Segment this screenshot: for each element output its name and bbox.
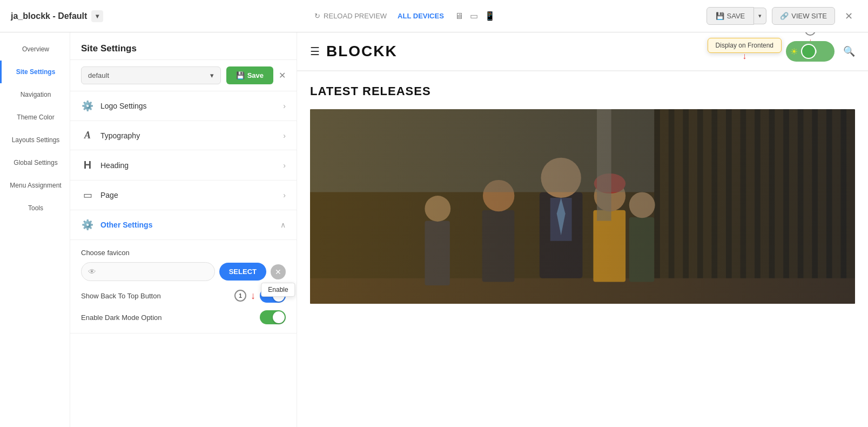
settings-header: Site Settings	[70, 32, 297, 60]
dark-mode-row: Enable Dark Mode Option	[81, 310, 286, 324]
favicon-input[interactable]: 👁	[81, 262, 215, 281]
back-to-top-label: Show Back To Top Button	[81, 292, 161, 300]
other-settings-content: Choose favicon 👁 SELECT ✕ Enable Show Ba…	[70, 240, 297, 333]
section-title: LATEST RELEASES	[310, 84, 855, 98]
article-image	[310, 109, 855, 304]
topbar: ja_blockk - Default ▾ ↻ RELOAD PREVIEW A…	[0, 0, 868, 32]
page-left: ▭ Page	[81, 189, 118, 201]
favicon-input-row: 👁 SELECT ✕ Enable	[81, 262, 286, 281]
down-arrow-icon: ↓	[251, 290, 255, 302]
sidebar-item-global-settings[interactable]: Global Settings	[0, 151, 70, 174]
reload-label: RELOAD PREVIEW	[324, 12, 387, 20]
sidebar-item-overview[interactable]: Overview	[0, 38, 70, 61]
tablet-icon[interactable]: ▭	[470, 11, 478, 21]
preview-header-right: 2 ↓ ☀ ☽ 🔍	[786, 41, 855, 62]
settings-panel: Site Settings default ▾ 💾 Save ✕ ⚙️ Logo…	[70, 32, 297, 427]
title-dropdown[interactable]: ▾	[91, 10, 103, 22]
logo-settings-left: ⚙️ Logo Settings	[81, 100, 147, 112]
preset-label: default	[88, 71, 109, 79]
favicon-label: Choose favicon	[81, 249, 286, 257]
desktop-icon[interactable]: 🖥	[455, 11, 463, 21]
sidebar-label: Global Settings	[14, 159, 57, 166]
page-label: Page	[100, 191, 118, 199]
close-button[interactable]: ✕	[840, 8, 857, 24]
sidebar-item-site-settings[interactable]: Site Settings	[0, 61, 70, 83]
reload-preview-button[interactable]: ↻ RELOAD PREVIEW	[314, 12, 387, 20]
settings-title: Site Settings	[81, 43, 137, 54]
heading-icon: H	[81, 159, 94, 171]
typography-item[interactable]: A Typography ›	[70, 121, 297, 150]
typography-left: A Typography	[81, 130, 140, 141]
sidebar-item-navigation[interactable]: Navigation	[0, 83, 70, 106]
select-button[interactable]: SELECT	[219, 263, 266, 281]
annotation-badge-1: 1	[234, 290, 246, 302]
settings-subheader: default ▾ 💾 Save ✕	[70, 60, 297, 91]
all-devices-button[interactable]: ALL DEVICES	[398, 12, 444, 20]
left-nav: Overview Site Settings Navigation Theme …	[0, 32, 70, 427]
search-icon[interactable]: 🔍	[843, 45, 855, 57]
sidebar-item-theme-color[interactable]: Theme Color	[0, 106, 70, 129]
preview-header-left: ☰ BLOCKK	[310, 43, 398, 60]
badge-2: 2	[805, 32, 816, 36]
chevron-down-icon: ∧	[280, 221, 286, 229]
view-site-button[interactable]: 🔗 VIEW SITE	[772, 7, 835, 25]
external-link-icon: 🔗	[780, 12, 789, 20]
typography-icon: A	[81, 130, 94, 141]
enable-tooltip: Enable	[261, 283, 295, 297]
sidebar-item-menu-assignment[interactable]: Menu Assignment	[0, 174, 70, 197]
preview-header: ☰ BLOCKK 2 ↓ ☀ ☽ 🔍	[297, 32, 868, 71]
chevron-right-icon: ›	[283, 131, 286, 140]
favicon-clear-button[interactable]: ✕ Enable	[271, 264, 286, 279]
sidebar-label: Overview	[22, 45, 49, 53]
device-icons: 🖥 ▭ 📱	[455, 11, 495, 21]
enable-tooltip-text: Enable	[268, 286, 288, 293]
preview-logo: BLOCKK	[326, 43, 398, 60]
dark-mode-label: Enable Dark Mode Option	[81, 313, 162, 322]
heading-item[interactable]: H Heading ›	[70, 150, 297, 181]
topbar-center: ↻ RELOAD PREVIEW ALL DEVICES 🖥 ▭ 📱	[103, 11, 706, 21]
dark-mode-toggle[interactable]	[260, 310, 286, 324]
other-settings-icon: ⚙️	[81, 219, 94, 231]
reload-icon: ↻	[314, 12, 320, 20]
sidebar-item-layouts-settings[interactable]: Layouts Settings	[0, 129, 70, 151]
preset-chevron-icon: ▾	[210, 71, 214, 79]
image-overlay	[310, 109, 855, 304]
logo-icon: ⚙️	[81, 100, 94, 112]
display-frontend-tooltip: Display on Frontend ↓	[708, 38, 782, 53]
save-label: SAVE	[727, 12, 745, 20]
page-item[interactable]: ▭ Page ›	[70, 181, 297, 210]
hamburger-icon[interactable]: ☰	[310, 45, 320, 58]
sidebar-label: Site Settings	[16, 68, 56, 76]
save-button[interactable]: 💾 SAVE	[706, 7, 755, 25]
other-settings-left: ⚙️ Other Settings	[81, 219, 152, 231]
mobile-icon[interactable]: 📱	[485, 11, 495, 21]
sidebar-item-tools[interactable]: Tools	[0, 197, 70, 219]
save-btn-group: 💾 SAVE ▾	[706, 7, 767, 25]
tooltip-text: Display on Frontend	[716, 42, 773, 49]
sidebar-label: Layouts Settings	[12, 136, 60, 144]
heading-left: H Heading	[81, 159, 129, 171]
settings-save-button[interactable]: 💾 Save	[226, 66, 273, 84]
save-dropdown-button[interactable]: ▾	[754, 8, 766, 24]
page-icon: ▭	[81, 189, 94, 201]
typography-label: Typography	[100, 131, 140, 140]
preset-dropdown[interactable]: default ▾	[81, 66, 221, 84]
title-text: ja_blockk - Default	[11, 11, 87, 21]
toggle-thumb	[273, 311, 285, 323]
save-icon: 💾	[716, 12, 724, 20]
heading-label: Heading	[100, 161, 129, 170]
app-title: ja_blockk - Default ▾	[11, 10, 103, 22]
logo-settings-item[interactable]: ⚙️ Logo Settings ›	[70, 91, 297, 121]
chevron-right-icon: ›	[283, 102, 286, 110]
chevron-right-icon: ›	[283, 161, 286, 170]
settings-close-button[interactable]: ✕	[279, 70, 286, 81]
dark-mode-toggle-preview[interactable]: ☀ ☽	[786, 41, 835, 62]
sidebar-label: Menu Assignment	[10, 182, 61, 189]
sidebar-label: Theme Color	[17, 114, 54, 121]
floppy-icon: 💾	[236, 71, 245, 79]
dark-mode-toggle-container: 2 ↓ ☀ ☽	[786, 41, 835, 62]
chevron-right-icon: ›	[283, 191, 286, 199]
other-settings-header[interactable]: ⚙️ Other Settings ∧	[70, 210, 297, 240]
settings-save-label: Save	[247, 71, 264, 79]
tooltip-arrow-down: ↓	[742, 51, 746, 61]
